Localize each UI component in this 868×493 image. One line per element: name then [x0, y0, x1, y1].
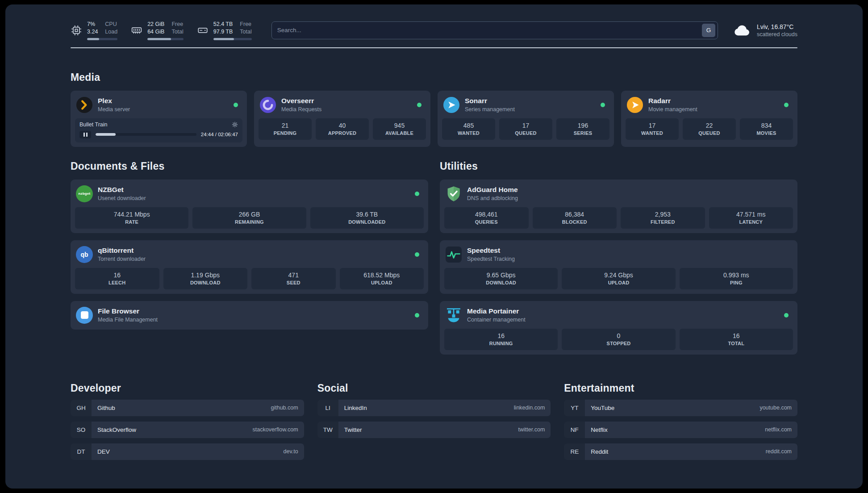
weather-widget: Lviv, 16.87°C scattered clouds: [733, 21, 797, 40]
service-desc: Usenet downloader: [98, 195, 146, 201]
cpu-usage-bar: [87, 38, 117, 40]
bookmark-github[interactable]: GH Github github.com: [71, 400, 304, 416]
stat-value: 485: [444, 122, 493, 129]
bookmark-reddit[interactable]: RE Reddit reddit.com: [564, 443, 797, 460]
bookmark-name: LinkedIn: [344, 405, 367, 411]
stat-label: APPROVED: [317, 130, 367, 136]
stat-wanted: 17 WANTED: [626, 118, 679, 140]
stat-running: 16 RUNNING: [444, 329, 558, 350]
bookmark-group-entertainment: Entertainment YT YouTube youtube.com NF …: [564, 382, 797, 460]
service-desc: DNS and adblocking: [467, 195, 518, 201]
cpu-widget: 7% CPU 3.24 Load: [71, 21, 117, 40]
search-area: G: [265, 21, 733, 39]
stat-value: 498,461: [446, 211, 527, 218]
status-dot: [784, 313, 789, 318]
service-name: qBittorrent: [98, 246, 146, 255]
topbar-divider: [71, 47, 797, 48]
bookmark-stackoverflow[interactable]: SO StackOverflow stackoverflow.com: [71, 422, 304, 438]
playback-progress-fill: [96, 133, 116, 136]
stat-pending: 21 PENDING: [259, 118, 312, 140]
gear-icon[interactable]: [232, 121, 238, 128]
service-desc: Container management: [467, 317, 526, 323]
service-link-nzbget[interactable]: nzbget NZBGet Usenet downloader: [75, 184, 424, 207]
service-link-sonarr[interactable]: Sonarr Series management: [442, 95, 609, 118]
bookmark-abbr: TW: [317, 422, 338, 438]
nzbget-icon: nzbget: [76, 185, 93, 202]
stat-value: 945: [375, 122, 424, 129]
service-link-overseerr[interactable]: Overseerr Media Requests: [259, 95, 426, 118]
service-card-speedtest: Speedtest Speedtest Tracking 9.65 Gbps D…: [440, 240, 797, 294]
utilities-column: Utilities AdGuard Home DNS and adblockin…: [440, 147, 797, 355]
search-box: G: [271, 21, 718, 39]
service-name: Plex: [98, 97, 130, 105]
memory-stats: 22 GiB Free 64 GiB Total: [147, 21, 184, 40]
service-name: Media Portainer: [467, 307, 526, 316]
service-desc: Movie management: [648, 106, 697, 113]
bookmark-dev[interactable]: DT DEV dev.to: [71, 443, 304, 460]
cpu-icon: [71, 25, 82, 36]
stat-value: 471: [253, 272, 334, 279]
bookmark-linkedin[interactable]: LI LinkedIn linkedin.com: [317, 400, 551, 416]
stat-label: DOWNLOAD: [446, 280, 556, 285]
overseerr-icon: [259, 96, 276, 113]
bookmark-abbr: DT: [71, 443, 92, 460]
bookmark-name: DEV: [97, 448, 110, 455]
stat-queued: 17 QUEUED: [499, 118, 552, 140]
service-card-nzbget: nzbget NZBGet Usenet downloader 744.21 M…: [71, 180, 428, 233]
cpu-stats: 7% CPU 3.24 Load: [87, 21, 117, 40]
stat-value: 39.6 TB: [312, 211, 422, 218]
cpu-percent: 7%: [87, 21, 98, 28]
service-desc: Torrent downloader: [98, 256, 146, 262]
status-dot: [415, 192, 419, 196]
bookmark-name: Github: [97, 405, 115, 411]
disk-stats: 52.4 TB Free 97.9 TB Total: [213, 21, 252, 40]
service-desc: Media File Management: [98, 317, 158, 323]
status-dot: [784, 103, 789, 107]
bookmark-group-social: Social LI LinkedIn linkedin.com TW Twitt…: [317, 382, 551, 460]
disk-total-label: Total: [240, 28, 251, 35]
stat-label: LEECH: [77, 280, 158, 285]
bookmark-group-title: Entertainment: [564, 382, 797, 394]
plex-now-playing-widget: Bullet Train 24:44 / 02:06:47: [75, 118, 242, 142]
stat-approved: 40 APPROVED: [316, 118, 369, 140]
topbar: 7% CPU 3.24 Load 22 GiB Free 64 Gi: [71, 21, 797, 40]
section-title-media: Media: [71, 71, 797, 84]
disk-free-label: Free: [240, 21, 251, 28]
status-dot: [601, 103, 605, 107]
stat-value: 0: [563, 332, 673, 339]
service-link-filebrowser[interactable]: File Browser Media File Management: [75, 305, 424, 325]
search-input[interactable]: [272, 27, 702, 33]
qbittorrent-icon-text: qb: [80, 251, 88, 258]
service-link-portainer[interactable]: Media Portainer Container management: [444, 305, 793, 329]
status-dot: [415, 313, 419, 318]
service-link-plex[interactable]: Plex Media server: [75, 95, 242, 118]
stat-value: 17: [501, 122, 551, 129]
bookmark-youtube[interactable]: YT YouTube youtube.com: [564, 400, 797, 416]
search-provider-button[interactable]: G: [702, 24, 715, 37]
memory-usage-bar-fill: [147, 38, 171, 40]
stat-movies: 834 MOVIES: [740, 118, 793, 140]
stat-value: 9.65 Gbps: [446, 272, 556, 279]
bookmark-twitter[interactable]: TW Twitter twitter.com: [317, 422, 551, 438]
service-link-radarr[interactable]: Radarr Movie management: [626, 95, 793, 118]
service-name: Sonarr: [465, 97, 515, 105]
stat-value: 9.24 Gbps: [563, 272, 673, 279]
stat-label: FILTERED: [622, 219, 703, 225]
nzbget-icon-text: nzbget: [79, 192, 91, 196]
stat-queued: 22 QUEUED: [683, 118, 736, 140]
service-link-qbittorrent[interactable]: qb qBittorrent Torrent downloader: [75, 245, 424, 268]
stat-label: QUEUED: [501, 130, 551, 136]
cpu-load-label: Load: [105, 28, 117, 35]
service-link-adguard[interactable]: AdGuard Home DNS and adblocking: [444, 184, 793, 207]
stat-value: 22: [684, 122, 734, 129]
playback-progress-slider[interactable]: [96, 133, 196, 136]
bookmark-netflix[interactable]: NF Netflix netflix.com: [564, 422, 797, 438]
pause-button[interactable]: [79, 131, 91, 138]
memory-free-label: Free: [171, 21, 183, 28]
dashboard: 7% CPU 3.24 Load 22 GiB Free 64 Gi: [5, 4, 863, 489]
stat-value: 16: [446, 332, 556, 339]
service-card-filebrowser: File Browser Media File Management: [71, 301, 428, 330]
stats-row: 21 PENDING 40 APPROVED 945 AVAILABLE: [259, 118, 426, 140]
stat-leech: 16 LEECH: [75, 268, 159, 289]
service-link-speedtest[interactable]: Speedtest Speedtest Tracking: [444, 245, 793, 268]
